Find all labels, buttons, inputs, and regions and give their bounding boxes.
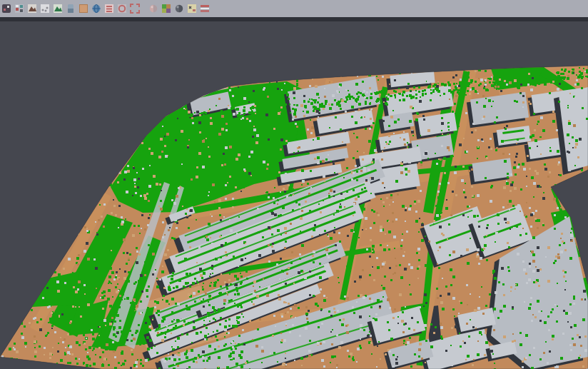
- application-window: [0, 0, 588, 369]
- circle-select-icon[interactable]: [117, 4, 127, 14]
- mesh-sphere-icon[interactable]: [174, 4, 184, 14]
- orthophoto-icon[interactable]: [78, 4, 88, 14]
- zoom-extent-icon[interactable]: [130, 4, 140, 14]
- sphere-tool-icon[interactable]: [148, 4, 158, 14]
- profile-icon[interactable]: [200, 4, 210, 14]
- 3d-viewport[interactable]: [0, 0, 588, 369]
- classified-map-icon[interactable]: [161, 4, 171, 14]
- measure-icon[interactable]: [187, 4, 197, 14]
- select-tool-icon[interactable]: [1, 4, 11, 14]
- toolbar-separator: [0, 17, 588, 21]
- vegetation-terrain-icon[interactable]: [53, 4, 63, 14]
- classified-point-cloud-scene: [0, 0, 588, 369]
- terrain-icon[interactable]: [27, 4, 37, 14]
- point-cloud-icon[interactable]: [40, 4, 50, 14]
- panel-icon[interactable]: [66, 4, 76, 14]
- main-toolbar: [0, 0, 588, 17]
- pan-tool-icon[interactable]: [14, 4, 24, 14]
- layer-list-icon[interactable]: [104, 4, 114, 14]
- globe-icon[interactable]: [91, 4, 101, 14]
